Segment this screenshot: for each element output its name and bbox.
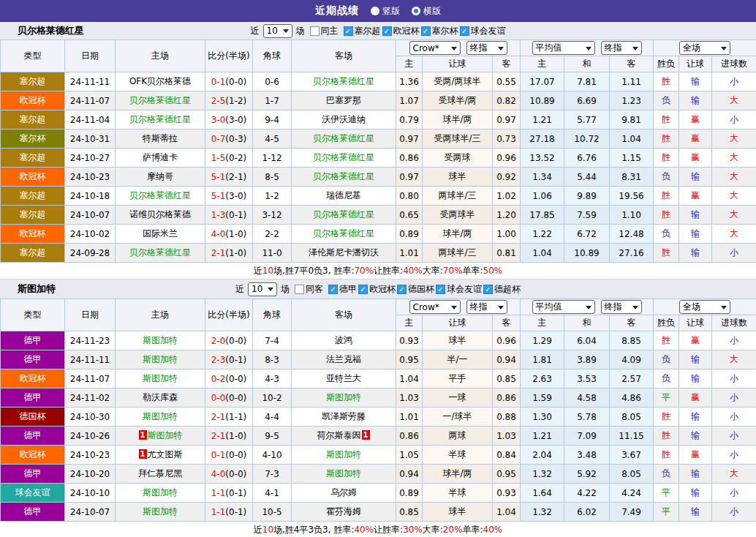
match-date: 24-10-07 xyxy=(65,503,116,522)
odds-home: 0.97 xyxy=(396,168,423,187)
same-venue-filter[interactable]: 同主 xyxy=(310,25,339,37)
match-date: 24-10-23 xyxy=(65,168,116,187)
league-filter-3[interactable]: ✓球会友谊 xyxy=(460,25,506,37)
avg-draw: 3.53 xyxy=(564,369,610,388)
league-filter-1[interactable]: ✓欧冠杯 xyxy=(358,283,396,296)
away-team: 贝尔格莱德红星 xyxy=(292,129,396,149)
checkbox-checked-icon[interactable]: ✓ xyxy=(328,285,338,294)
horizontal-layout-radio[interactable]: 横版 xyxy=(412,5,441,18)
result-outcome: 胜 xyxy=(654,187,679,206)
home-team: 贝尔格莱德红星 xyxy=(116,91,205,110)
league-badge: 塞尔超 xyxy=(1,206,65,225)
avg-index-select[interactable]: 终指 xyxy=(601,300,642,314)
avg-draw: 6.72 xyxy=(564,225,610,244)
radio-selected-icon[interactable] xyxy=(412,7,420,15)
sub-header-avg-home: 主 xyxy=(521,56,564,72)
odds-home: 1.07 xyxy=(396,91,423,110)
match-date: 24-11-11 xyxy=(65,350,116,369)
result-outcome: 平 xyxy=(654,388,679,408)
sub-header-handicap: 让球 xyxy=(423,315,493,331)
checkbox-checked-icon[interactable]: ✓ xyxy=(397,285,407,294)
corner-score: 4-1 xyxy=(253,484,292,503)
home-team-name: 诺维贝尔格莱德 xyxy=(129,209,191,219)
league-badge: 德甲 xyxy=(1,503,65,522)
scope-select[interactable]: 全场 xyxy=(679,300,730,314)
checkbox-unchecked-icon[interactable] xyxy=(295,285,304,294)
league-filter-0[interactable]: ✓塞尔超 xyxy=(344,25,381,37)
horizontal-layout-label: 横版 xyxy=(423,5,441,18)
checkbox-unchecked-icon[interactable] xyxy=(310,26,320,36)
chevron-down-icon xyxy=(451,47,457,53)
result-outcome: 负 xyxy=(654,369,679,388)
team-name-stuttgart: 斯图加特 xyxy=(18,282,56,296)
fulltime-score: 2-1 xyxy=(211,431,226,441)
crow-index-select[interactable]: 终指 xyxy=(466,41,507,55)
crow-company-select[interactable]: Crow* xyxy=(409,300,461,314)
match-score: 2-1(1-0) xyxy=(205,427,253,446)
summary-segment: 20% xyxy=(443,525,463,535)
league-badge: 欧冠杯 xyxy=(1,446,65,465)
summary-segment: 场,胜7平0负3, 胜率: xyxy=(273,265,354,277)
odds-handicap: 受两球 xyxy=(423,149,493,168)
odds-home: 0.86 xyxy=(396,427,423,446)
avg-home: 1.81 xyxy=(521,350,564,369)
match-row: 塞尔超24-10-27萨博迪卡1-5(0-2)1-12贝尔格莱德红星0.86受两… xyxy=(1,149,756,168)
result-outcome: 负 xyxy=(654,91,679,110)
result-goals: 小 xyxy=(712,503,756,522)
col-header-away: 客场 xyxy=(292,299,396,331)
vertical-layout-radio[interactable]: 竖版 xyxy=(371,5,400,18)
odds-handicap: 两球半/三 xyxy=(423,244,493,263)
avg-home: 17.07 xyxy=(521,72,564,91)
corner-score: 8-3 xyxy=(253,350,292,369)
away-team: 贝尔格莱德红星 xyxy=(292,225,396,244)
league-filter-2[interactable]: ✓塞尔杯 xyxy=(421,25,458,37)
checkbox-checked-icon[interactable]: ✓ xyxy=(421,26,431,36)
checkbox-checked-icon[interactable]: ✓ xyxy=(344,26,353,36)
avg-select[interactable]: 平均值 xyxy=(532,300,595,314)
avg-select[interactable]: 平均值 xyxy=(532,41,595,55)
crow-company-select[interactable]: Crow* xyxy=(409,41,461,55)
odds-handicap: 球半 xyxy=(423,331,493,350)
away-team-name: 法兰克福 xyxy=(326,354,361,364)
league-filter-1[interactable]: ✓欧冠杯 xyxy=(382,25,420,37)
avg-index-select[interactable]: 终指 xyxy=(601,41,642,55)
league-filter-2[interactable]: ✓德国杯 xyxy=(397,283,434,296)
corner-score: 1-7 xyxy=(253,91,292,110)
radio-icon[interactable] xyxy=(371,7,379,15)
league-filter-label: 欧冠杯 xyxy=(393,25,420,37)
match-date: 24-10-26 xyxy=(65,427,116,446)
same-venue-filter[interactable]: 同客 xyxy=(295,283,323,296)
checkbox-checked-icon[interactable]: ✓ xyxy=(436,285,445,294)
result-goals: 小 xyxy=(712,369,756,388)
sub-header-outcome: 胜负 xyxy=(654,315,679,331)
scope-select[interactable]: 全场 xyxy=(679,41,730,55)
sub-header-handicap-result: 让球 xyxy=(679,56,712,72)
halftime-score: (0-1) xyxy=(225,507,246,517)
away-team-name: 亚特兰大 xyxy=(326,373,361,383)
summary-segment: 40% xyxy=(403,266,423,276)
checkbox-checked-icon[interactable]: ✓ xyxy=(382,26,392,36)
avg-draw: 3.48 xyxy=(564,446,610,465)
chevron-down-icon xyxy=(498,306,504,312)
recent-count-select[interactable]: 10 xyxy=(248,282,277,296)
result-outcome: 胜 xyxy=(654,427,679,446)
crow-index-select[interactable]: 终指 xyxy=(466,300,507,314)
checkbox-checked-icon[interactable]: ✓ xyxy=(483,285,493,294)
odds-handicap: 受两球半 xyxy=(423,206,493,225)
home-team-name: 斯图加特 xyxy=(143,506,178,517)
recent-count-select[interactable]: 10 xyxy=(263,24,292,38)
result-handicap: 输 xyxy=(679,484,712,503)
summary-segment: 大率: xyxy=(423,524,443,536)
avg-away: 1.10 xyxy=(610,206,654,225)
halftime-score: (0-1) xyxy=(225,488,246,498)
league-filter-3[interactable]: ✓球会友谊 xyxy=(436,283,482,296)
checkbox-checked-icon[interactable]: ✓ xyxy=(358,285,368,294)
match-date: 24-10-31 xyxy=(65,129,116,149)
col-header-date: 日期 xyxy=(65,40,116,72)
checkbox-checked-icon[interactable]: ✓ xyxy=(460,26,469,36)
league-filter-0[interactable]: ✓德甲 xyxy=(328,283,357,296)
home-team: 贝尔格莱德红星 xyxy=(116,244,205,263)
result-handicap: 输 xyxy=(679,350,712,369)
avg-away: 8.05 xyxy=(610,408,654,427)
league-filter-4[interactable]: ✓德超杯 xyxy=(483,283,521,296)
